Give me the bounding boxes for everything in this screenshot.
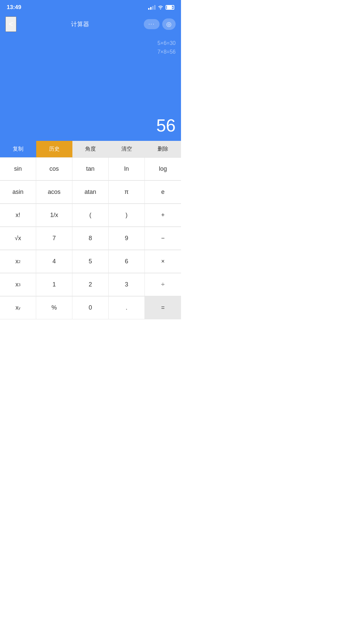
key-1[interactable]: 1	[36, 273, 72, 296]
key-percent[interactable]: %	[36, 297, 72, 319]
key-equals[interactable]: =	[145, 297, 181, 319]
key-power[interactable]: xy	[0, 297, 36, 319]
key-5[interactable]: 5	[72, 250, 109, 273]
toolbar: 复制 历史 角度 清空 删除	[0, 141, 181, 158]
keypad-row-1: sin cos tan ln log	[0, 158, 181, 181]
eye-button[interactable]: ◎	[162, 18, 176, 30]
keypad-row-3: x! 1/x ( ) +	[0, 204, 181, 227]
key-e[interactable]: e	[145, 181, 181, 204]
key-reciprocal[interactable]: 1/x	[36, 204, 72, 227]
angle-button[interactable]: 角度	[72, 141, 109, 157]
keypad-row-6: x3 1 2 3 ÷	[0, 273, 181, 297]
more-button[interactable]: ···	[144, 19, 160, 29]
history-display: 5×6=30 7×8=56	[158, 39, 176, 56]
delete-button[interactable]: 删除	[145, 141, 181, 157]
key-close-paren[interactable]: )	[109, 204, 145, 227]
key-atan[interactable]: atan	[72, 181, 109, 204]
status-bar: 13:49	[0, 0, 181, 15]
header-actions: ··· ◎	[144, 18, 176, 30]
history-entry-2: 7×8=56	[158, 48, 176, 56]
key-sin[interactable]: sin	[0, 158, 36, 180]
history-entry-1: 5×6=30	[158, 39, 176, 48]
signal-icon	[148, 5, 156, 10]
status-icons	[148, 5, 174, 10]
wifi-icon	[158, 5, 164, 10]
key-tan[interactable]: tan	[72, 158, 109, 180]
key-cos[interactable]: cos	[36, 158, 72, 180]
key-cube[interactable]: x3	[0, 273, 36, 296]
key-2[interactable]: 2	[72, 273, 109, 296]
header: < 计算器 ··· ◎	[0, 15, 181, 34]
key-plus[interactable]: +	[145, 204, 181, 227]
key-factorial[interactable]: x!	[0, 204, 36, 227]
key-6[interactable]: 6	[109, 250, 145, 273]
current-result: 56	[156, 115, 176, 136]
key-8[interactable]: 8	[72, 227, 109, 250]
key-sqrt[interactable]: √x	[0, 227, 36, 250]
keypad-row-5: x2 4 5 6 ×	[0, 250, 181, 273]
key-ln[interactable]: ln	[109, 158, 145, 180]
key-3[interactable]: 3	[109, 273, 145, 296]
keypad-row-7: xy % 0 . =	[0, 297, 181, 320]
calculator-display: 5×6=30 7×8=56 56	[0, 34, 181, 141]
back-button[interactable]: <	[5, 16, 16, 32]
clear-button[interactable]: 清空	[109, 141, 145, 157]
history-button[interactable]: 历史	[36, 141, 72, 157]
key-asin[interactable]: asin	[0, 181, 36, 204]
key-7[interactable]: 7	[36, 227, 72, 250]
copy-button[interactable]: 复制	[0, 141, 36, 157]
keypad-row-4: √x 7 8 9 −	[0, 227, 181, 250]
battery-icon	[166, 5, 174, 10]
status-time: 13:49	[7, 4, 21, 11]
key-9[interactable]: 9	[109, 227, 145, 250]
key-dot[interactable]: .	[109, 297, 145, 319]
key-divide[interactable]: ÷	[145, 273, 181, 296]
header-title: 计算器	[71, 20, 89, 28]
key-minus[interactable]: −	[145, 227, 181, 250]
keypad-row-2: asin acos atan π e	[0, 181, 181, 204]
key-pi[interactable]: π	[109, 181, 145, 204]
key-square[interactable]: x2	[0, 250, 36, 273]
keypad: sin cos tan ln log asin acos atan π e x!…	[0, 158, 181, 322]
key-open-paren[interactable]: (	[72, 204, 109, 227]
key-4[interactable]: 4	[36, 250, 72, 273]
key-log[interactable]: log	[145, 158, 181, 180]
key-acos[interactable]: acos	[36, 181, 72, 204]
key-multiply[interactable]: ×	[145, 250, 181, 273]
key-0[interactable]: 0	[72, 297, 109, 319]
